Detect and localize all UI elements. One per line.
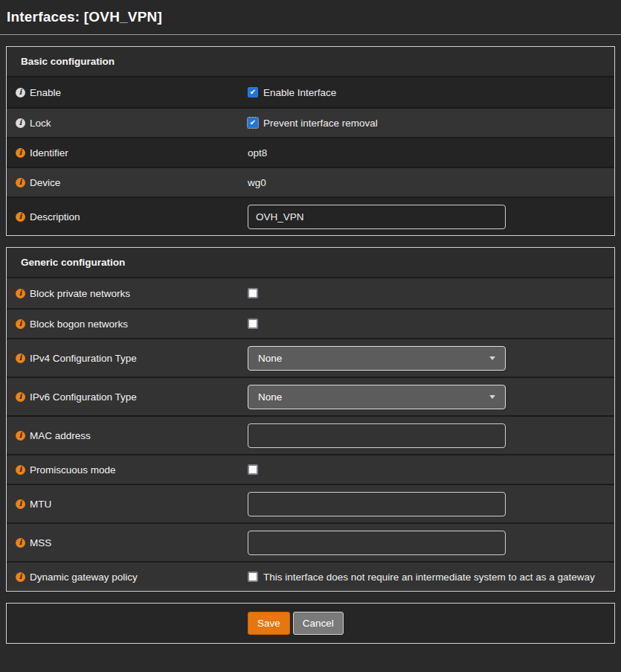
info-icon[interactable]: i <box>16 392 25 402</box>
field-row-enable: iEnable✔Enable Interface <box>7 77 614 107</box>
control-cell-mac-address <box>248 423 614 448</box>
field-label: Device <box>30 177 60 188</box>
label-cell-device: iDevice <box>7 177 248 188</box>
info-icon[interactable]: i <box>16 353 25 363</box>
info-icon[interactable]: i <box>16 212 25 222</box>
info-icon[interactable]: i <box>16 319 25 329</box>
description-input[interactable] <box>248 205 506 229</box>
panel-header-label: Generic configuration <box>21 257 125 268</box>
field-label: Dynamic gateway policy <box>30 572 138 583</box>
panel-generic-configuration: Generic configurationiBlock private netw… <box>6 247 615 592</box>
label-cell-identifier: iIdentifier <box>7 147 248 159</box>
panel-header-label: Basic configuration <box>21 56 115 67</box>
label-cell-lock: iLock <box>7 118 248 129</box>
block-bogon-networks-checkbox[interactable] <box>248 319 258 329</box>
field-label: Block bogon networks <box>30 319 128 330</box>
label-cell-description: iDescription <box>7 211 248 223</box>
label-cell-block-private-networks: iBlock private networks <box>7 288 248 299</box>
field-row-description: iDescription <box>7 196 614 235</box>
identifier-value: opt8 <box>248 147 267 159</box>
label-cell-mtu: iMTU <box>7 499 248 510</box>
control-cell-description <box>248 205 614 229</box>
device-value: wg0 <box>248 177 266 188</box>
field-label: Enable <box>30 87 61 98</box>
lock-checkbox[interactable]: ✔ <box>248 118 258 128</box>
control-cell-promiscuous-mode <box>248 464 614 475</box>
field-row-block-bogon-networks: iBlock bogon networks <box>7 308 614 338</box>
field-label: Block private networks <box>30 288 130 299</box>
info-icon[interactable]: i <box>16 431 25 441</box>
promiscuous-mode-checkbox[interactable] <box>248 464 258 475</box>
control-cell-ipv6-configuration-type: None <box>248 385 614 409</box>
field-row-device: iDevicewg0 <box>7 167 614 196</box>
field-label: Promiscuous mode <box>30 464 116 476</box>
ipv4-configuration-type-select-value: None <box>258 353 282 364</box>
field-label: MAC address <box>30 430 91 441</box>
mtu-input[interactable] <box>248 492 506 516</box>
label-cell-block-bogon-networks: iBlock bogon networks <box>7 319 248 330</box>
label-cell-mss: iMSS <box>7 537 248 548</box>
field-row-mac-address: iMAC address <box>7 415 614 454</box>
info-icon[interactable]: i <box>16 118 25 128</box>
panel-basic-configuration: Basic configurationiEnable✔Enable Interf… <box>6 46 615 236</box>
info-icon[interactable]: i <box>16 465 25 475</box>
field-row-identifier: iIdentifieropt8 <box>7 137 614 167</box>
content: Basic configurationiEnable✔Enable Interf… <box>0 35 621 644</box>
info-icon[interactable]: i <box>16 499 25 509</box>
control-cell-enable: ✔Enable Interface <box>248 87 614 98</box>
dynamic-gateway-policy-checkbox-label: This interface does not require an inter… <box>263 572 595 583</box>
field-label: MTU <box>30 499 51 510</box>
info-icon[interactable]: i <box>16 572 25 582</box>
field-row-mtu: iMTU <box>7 484 614 522</box>
actions-panel: Save Cancel <box>6 603 615 644</box>
field-row-mss: iMSS <box>7 522 614 561</box>
field-label: Lock <box>30 118 51 129</box>
field-row-ipv6-configuration-type: iIPv6 Configuration TypeNone <box>7 377 614 415</box>
info-icon[interactable]: i <box>16 289 25 298</box>
form-panels: Basic configurationiEnable✔Enable Interf… <box>0 46 621 592</box>
chevron-down-icon <box>489 395 495 399</box>
page-header: Interfaces: [OVH_VPN] <box>0 0 621 35</box>
panel-header-generic-configuration: Generic configuration <box>7 248 614 278</box>
field-row-block-private-networks: iBlock private networks <box>7 278 614 308</box>
info-icon[interactable]: i <box>16 538 25 548</box>
field-label: IPv4 Configuration Type <box>30 353 137 364</box>
control-cell-ipv4-configuration-type: None <box>248 346 614 371</box>
label-cell-mac-address: iMAC address <box>7 430 248 441</box>
field-label: MSS <box>30 537 51 548</box>
ipv6-configuration-type-select-value: None <box>258 391 282 403</box>
field-row-dynamic-gateway-policy: iDynamic gateway policyThis interface do… <box>7 561 614 591</box>
field-row-promiscuous-mode: iPromiscuous mode <box>7 454 614 484</box>
page-title: Interfaces: [OVH_VPN] <box>7 9 162 25</box>
label-cell-ipv4-configuration-type: iIPv4 Configuration Type <box>7 353 248 364</box>
mss-input[interactable] <box>248 531 506 555</box>
control-cell-identifier: opt8 <box>248 147 614 159</box>
control-cell-lock: ✔Prevent interface removal <box>248 118 614 129</box>
field-label: Description <box>30 211 80 223</box>
label-cell-promiscuous-mode: iPromiscuous mode <box>7 464 248 476</box>
ipv4-configuration-type-select[interactable]: None <box>248 346 506 371</box>
chevron-down-icon <box>489 356 495 360</box>
label-cell-ipv6-configuration-type: iIPv6 Configuration Type <box>7 391 248 403</box>
lock-checkbox-label: Prevent interface removal <box>263 118 378 129</box>
dynamic-gateway-policy-checkbox[interactable] <box>248 572 258 582</box>
enable-checkbox-label: Enable Interface <box>263 87 336 98</box>
field-row-lock: iLock✔Prevent interface removal <box>7 107 614 137</box>
info-icon[interactable]: i <box>16 148 25 158</box>
enable-checkbox[interactable]: ✔ <box>248 87 258 97</box>
mac-address-input[interactable] <box>248 423 506 448</box>
field-label: IPv6 Configuration Type <box>30 391 137 403</box>
block-private-networks-checkbox[interactable] <box>248 288 258 298</box>
save-button[interactable]: Save <box>248 612 290 635</box>
field-row-ipv4-configuration-type: iIPv4 Configuration TypeNone <box>7 338 614 377</box>
cancel-button[interactable]: Cancel <box>293 612 344 635</box>
label-cell-dynamic-gateway-policy: iDynamic gateway policy <box>7 572 248 583</box>
panel-header-basic-configuration: Basic configuration <box>7 47 614 77</box>
control-cell-mtu <box>248 492 614 516</box>
control-cell-device: wg0 <box>248 177 614 188</box>
info-icon[interactable]: i <box>16 178 25 188</box>
control-cell-mss <box>248 531 614 555</box>
label-cell-enable: iEnable <box>7 87 248 98</box>
info-icon[interactable]: i <box>16 88 25 97</box>
ipv6-configuration-type-select[interactable]: None <box>248 385 506 409</box>
